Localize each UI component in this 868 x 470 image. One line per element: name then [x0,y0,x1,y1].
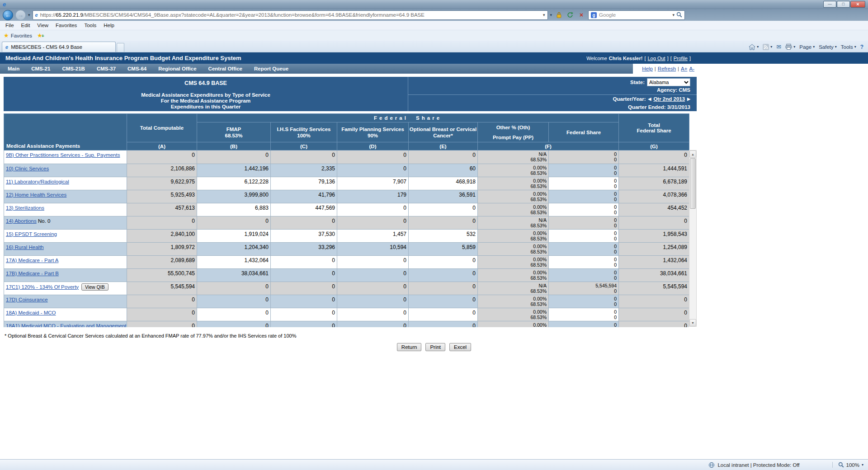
row-link[interactable]: 17B) Medicare - Part B [6,271,59,276]
url-field[interactable]: e https://65.220.21.9/MBESCBES/CMS64/CMS… [33,10,548,20]
welcome-block: Welcome Chris Kessler! [ Log Out ] [ Pro… [586,56,691,61]
table-row: 12) Home Health Services5,925,4933,999,8… [4,190,689,203]
help-link[interactable]: Help [642,66,653,71]
feeds-button[interactable]: ▾ [763,44,772,50]
row-link[interactable]: 16) Rural Health [6,244,44,250]
row-link[interactable]: 11) Laboratory/Radiological [6,179,69,184]
row-link[interactable]: 17C1) 120% - 134% Of Poverty [6,284,79,290]
page-menu-button[interactable]: Page▾ [799,44,815,50]
cell-breast-cervical: 0 [409,321,478,327]
row-link[interactable]: 17D) Coinsurance [6,297,48,302]
cell-ihs: 0 [271,150,337,164]
excel-button[interactable]: Excel [449,343,471,351]
scroll-down-icon[interactable]: ▼ [689,319,696,326]
refresh-icon[interactable] [566,10,575,20]
font-decrease-link[interactable]: A- [689,66,695,71]
search-box[interactable]: g Google ▾ [588,10,685,20]
view-qib-button[interactable]: View QIB [81,283,108,291]
nav-item-report-queue[interactable]: Report Queue [248,66,294,71]
safety-menu-button[interactable]: Safety▾ [819,44,837,50]
zoom-control[interactable]: 100% ▾ [832,462,863,468]
row-link[interactable]: 10) Clinic Services [6,166,49,171]
address-dropdown-icon[interactable]: ▾ [550,13,552,17]
forward-button[interactable]: → [15,10,26,20]
menu-file[interactable]: File [2,22,18,29]
new-tab-button[interactable] [117,43,124,52]
cell-fmap: 1,919,024 [197,229,271,242]
maximize-button[interactable]: □ [837,1,850,8]
cell-family-planning: 0 [337,268,409,282]
security-lock-icon[interactable] [554,10,563,20]
table-scrollbar[interactable]: ▲ ▼ [689,150,697,327]
tools-menu-button[interactable]: Tools▾ [841,44,856,50]
column-header-family-planning: Family Planning Services90% [337,122,409,142]
nav-item-cms-64[interactable]: CMS-64 [122,66,152,71]
row-link[interactable]: 13) Sterilizations [6,205,44,211]
table-body: 9B) Other Practitioners Services - Sup. … [4,150,689,327]
row-link[interactable]: 17A) Medicare - Part A [6,258,58,263]
nav-item-cms-21b[interactable]: CMS-21B [56,66,90,71]
scroll-up-icon[interactable]: ▲ [689,150,696,158]
row-link[interactable]: 18A1) Medicaid MCO - Evaluation and Mana… [6,323,127,328]
cell-federal-share: 00 [549,242,619,255]
add-favorite-button[interactable]: ★ + [37,32,47,39]
read-mail-button[interactable]: ✉ [776,43,781,50]
help-button[interactable]: ? [860,44,863,50]
nav-item-cms-37[interactable]: CMS-37 [91,66,122,71]
print-button[interactable]: ▾ [785,44,795,50]
other-pct-value: N/A [479,283,547,288]
row-link[interactable]: 18A) Medicaid - MCO [6,310,56,315]
other-pct-value: 0.00% [479,322,547,328]
menu-edit[interactable]: Edit [18,22,34,29]
cell-federal-share: 00 [549,255,619,268]
logout-link[interactable]: Log Out [647,56,665,61]
menu-favorites[interactable]: Favorites [52,22,80,29]
stop-icon[interactable]: × [577,10,586,20]
cell-total-federal-share: 0 [619,216,689,229]
return-button[interactable]: Return [397,343,422,351]
home-button[interactable]: ▾ [749,44,759,50]
url-dropdown-icon[interactable]: ▾ [543,13,545,17]
table-row: 18A1) Medicaid MCO - Evaluation and Mana… [4,321,689,327]
row-link[interactable]: 14) Abortions [6,218,37,224]
minimize-button[interactable]: — [823,1,836,8]
profile-link[interactable]: Profile [674,56,688,61]
tab-cms649base[interactable]: e MBES/CBES - CMS 64.9 Base [2,42,116,52]
favorites-button[interactable]: ★ Favorites [4,32,35,39]
cell-family-planning: 0 [337,308,409,321]
row-link[interactable]: 12) Home Health Services [6,192,66,197]
table-row: 17B) Medicare - Part B55,500,74538,034,6… [4,268,689,282]
nav-item-central-office[interactable]: Central Office [203,66,248,71]
state-select[interactable]: Alabama [647,78,690,86]
search-icon[interactable] [676,12,682,19]
column-header-other-pct: Other % (Oth)Prompt Pay (PP) [478,122,549,142]
table-row: 17D) Coinsurance000000.00%68.53%000 [4,295,689,308]
nav-item-regional-office[interactable]: Regional Office [152,66,202,71]
font-increase-link[interactable]: A+ [681,66,687,71]
print-button[interactable]: Print [425,343,445,351]
menu-tools[interactable]: Tools [80,22,100,29]
row-link[interactable]: 15) EPSDT Screening [6,231,57,237]
cell-ihs: 447,569 [271,203,337,216]
quarter-prev-icon[interactable]: ◀ [648,97,651,101]
menu-help[interactable]: Help [100,22,118,29]
nav-utility-links: Help | Refresh | A+ A- [633,64,694,74]
cell-ihs: 33,296 [271,242,337,255]
history-dropdown-icon[interactable]: ▾ [28,13,30,17]
nav-item-cms-21[interactable]: CMS-21 [25,66,56,71]
cell-ihs: 79,136 [271,177,337,190]
zoom-dropdown-icon[interactable]: ▾ [862,463,863,467]
close-button[interactable]: × [850,1,865,8]
search-dropdown-icon[interactable]: ▾ [673,13,675,17]
back-button[interactable]: ← [3,10,13,20]
scrollbar-thumb[interactable] [690,158,696,209]
refresh-link[interactable]: Refresh [658,66,676,71]
nav-item-main[interactable]: Main [2,66,25,71]
federal-share-oth-value: 0 [550,257,617,262]
form-subtitle: Medical Assistance Expenditures by Type … [141,92,270,110]
quarter-year-link[interactable]: Qtr 2nd 2013 [653,96,685,102]
quarter-next-icon[interactable]: ▶ [687,97,690,101]
column-header-total-computable: Total Computable [127,114,197,142]
menu-view[interactable]: View [33,22,52,29]
row-link[interactable]: 9B) Other Practitioners Services - Sup. … [6,152,120,158]
